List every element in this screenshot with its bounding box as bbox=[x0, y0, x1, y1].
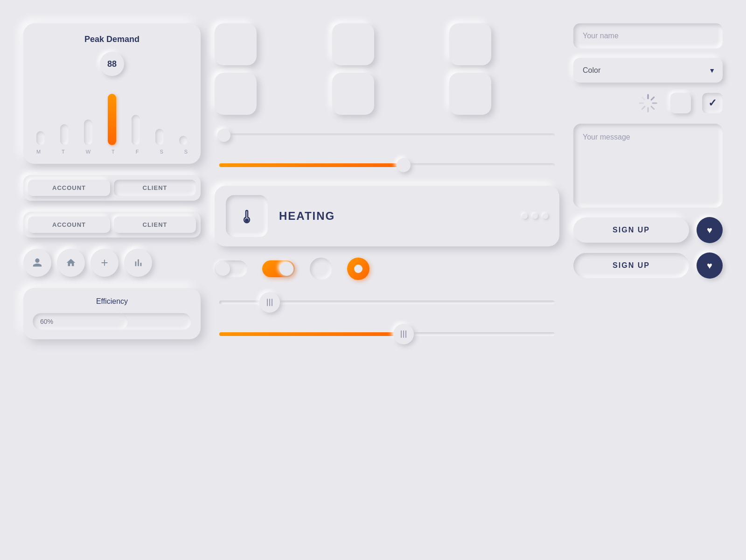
sq-btn-2[interactable] bbox=[332, 23, 374, 65]
svg-line-8 bbox=[642, 97, 645, 100]
handle-line-2a bbox=[401, 330, 402, 338]
bar-fri bbox=[132, 115, 140, 145]
day-label-s2: S bbox=[184, 149, 188, 154]
peak-demand-title: Peak Demand bbox=[33, 35, 191, 44]
toggle-2[interactable] bbox=[262, 260, 295, 277]
progress-fill: 60% bbox=[33, 313, 128, 330]
heating-card: HEATING bbox=[215, 186, 559, 246]
sq-btn-6[interactable] bbox=[449, 73, 491, 115]
sq-btn-5[interactable] bbox=[332, 73, 374, 115]
chart-icon bbox=[133, 258, 143, 268]
range-fill-2 bbox=[219, 332, 404, 336]
mid-column: HEATING bbox=[215, 23, 559, 537]
loader-spinner bbox=[637, 92, 659, 114]
svg-line-6 bbox=[642, 106, 645, 109]
signup-btn-1[interactable]: SIGN UP bbox=[573, 217, 689, 243]
bar-sun bbox=[179, 136, 188, 145]
range-track-2 bbox=[219, 332, 555, 336]
handle-line-2b bbox=[403, 330, 404, 338]
bar-mon bbox=[36, 131, 45, 145]
heart-btn-1[interactable]: ♥ bbox=[697, 217, 723, 243]
bar-wed bbox=[84, 119, 92, 145]
heart-icon-1: ♥ bbox=[707, 225, 712, 236]
progress-text: 60% bbox=[40, 318, 53, 325]
toggle-1[interactable] bbox=[215, 260, 247, 277]
svg-line-2 bbox=[651, 97, 654, 100]
peak-demand-card: Peak Demand 88 bbox=[23, 23, 201, 164]
toggles-section bbox=[215, 258, 559, 280]
day-label-t1: T bbox=[62, 149, 65, 154]
message-textarea[interactable] bbox=[573, 124, 723, 208]
checkbox-empty[interactable] bbox=[670, 93, 691, 113]
tab-account-1[interactable]: ACCOUNT bbox=[28, 180, 110, 196]
handle-line-1c bbox=[272, 299, 272, 306]
checkmark-icon: ✓ bbox=[708, 97, 717, 109]
range-section bbox=[215, 291, 559, 345]
tab-client-1[interactable]: CLIENT bbox=[114, 180, 196, 196]
day-label-f: F bbox=[136, 149, 139, 154]
slider-thumb-1[interactable] bbox=[217, 129, 230, 142]
slider-1-wrap bbox=[215, 126, 559, 145]
slider-thumb-2[interactable] bbox=[397, 158, 411, 172]
dot-2 bbox=[532, 213, 538, 219]
thermometer-icon bbox=[237, 207, 256, 225]
sq-btn-4[interactable] bbox=[215, 73, 257, 115]
range-handle-2[interactable] bbox=[393, 324, 414, 344]
home-icon-btn[interactable] bbox=[57, 249, 85, 277]
tab-group-1: ACCOUNT CLIENT bbox=[23, 175, 201, 201]
bar-sat bbox=[155, 129, 164, 145]
range-2-wrap bbox=[215, 323, 559, 345]
signup-row-1: SIGN UP ♥ bbox=[573, 217, 723, 243]
heart-btn-2[interactable]: ♥ bbox=[697, 252, 723, 279]
sq-btn-1[interactable] bbox=[215, 23, 257, 65]
svg-point-0 bbox=[245, 218, 249, 222]
chart-labels: M T W T F S S bbox=[33, 149, 191, 154]
page: Peak Demand 88 bbox=[0, 0, 746, 560]
heart-icon-2: ♥ bbox=[707, 260, 712, 271]
plus-icon bbox=[99, 258, 110, 268]
heating-label: HEATING bbox=[279, 210, 335, 223]
chart-bar-sat bbox=[155, 129, 164, 145]
checkbox-checked[interactable]: ✓ bbox=[702, 93, 723, 113]
person-icon-btn[interactable] bbox=[23, 249, 51, 277]
svg-line-4 bbox=[651, 106, 654, 109]
chart-bar-sun bbox=[179, 136, 188, 145]
plus-icon-btn[interactable] bbox=[91, 249, 119, 277]
peak-demand-value: 88 bbox=[100, 52, 124, 76]
slider-track-2 bbox=[219, 163, 555, 167]
person-icon bbox=[32, 258, 42, 268]
radio-toggle-2[interactable] bbox=[347, 258, 370, 280]
sq-btn-3[interactable] bbox=[449, 23, 491, 65]
chart-bar-thu bbox=[108, 94, 116, 145]
home-icon bbox=[66, 258, 76, 268]
chart-bar-tue bbox=[60, 124, 69, 145]
color-select[interactable]: Color Red Blue Green bbox=[573, 58, 723, 83]
chart-bar-wed bbox=[84, 119, 92, 145]
day-label-t2: T bbox=[112, 149, 115, 154]
chart-bar-fri bbox=[132, 115, 140, 145]
radio-toggle-1[interactable] bbox=[310, 258, 332, 280]
handle-line-1a bbox=[267, 299, 268, 306]
square-btn-grid bbox=[215, 23, 559, 115]
day-label-s1: S bbox=[160, 149, 163, 154]
dot-1 bbox=[522, 213, 528, 219]
range-handle-1[interactable] bbox=[259, 292, 280, 313]
chart-icon-btn[interactable] bbox=[124, 249, 152, 277]
handle-line-2c bbox=[405, 330, 406, 338]
heating-icon-wrap bbox=[226, 195, 268, 237]
tab-account-2[interactable]: ACCOUNT bbox=[28, 217, 110, 233]
progress-bar: 60% bbox=[33, 313, 191, 330]
bar-thu bbox=[108, 94, 116, 145]
right-column: Color Red Blue Green ▼ bbox=[573, 23, 723, 537]
bar-tue bbox=[60, 124, 69, 145]
slider-2-wrap bbox=[215, 156, 559, 175]
handle-lines-1 bbox=[267, 299, 272, 306]
slider-fill-2 bbox=[219, 163, 404, 167]
signup-btn-2[interactable]: SIGN UP bbox=[573, 253, 689, 278]
name-input[interactable] bbox=[573, 23, 723, 49]
range-1-wrap bbox=[215, 291, 559, 314]
slider-section bbox=[215, 126, 559, 175]
tab-client-2[interactable]: CLIENT bbox=[114, 217, 196, 233]
range-track-1 bbox=[219, 301, 555, 304]
controls-row: ✓ bbox=[573, 92, 723, 114]
